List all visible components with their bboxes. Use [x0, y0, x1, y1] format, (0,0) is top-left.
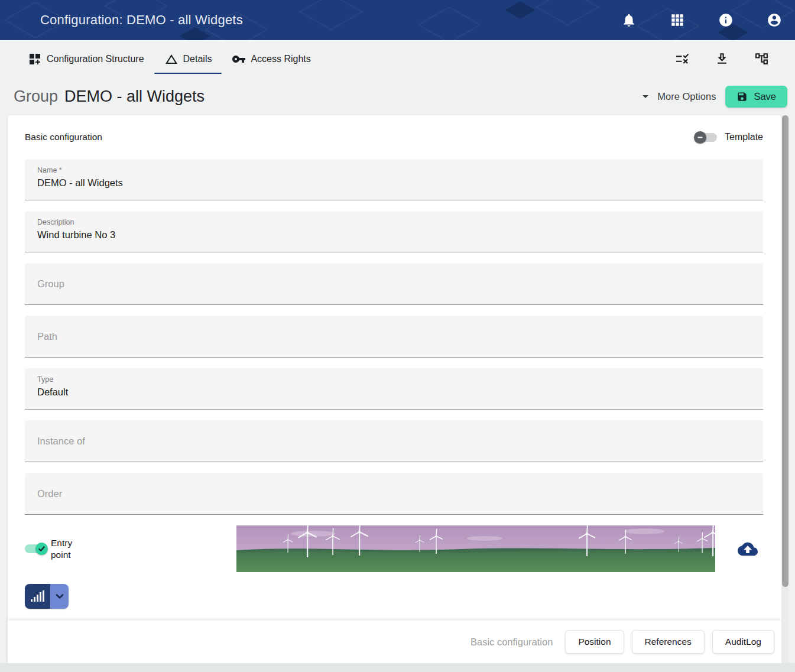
field-label: Group	[37, 278, 64, 290]
path-field[interactable]: Path	[25, 316, 763, 358]
dashboard-customize-icon	[28, 52, 42, 66]
tab-access-rights[interactable]: Access Rights	[222, 40, 320, 77]
card-section-header: Basic configuration Template	[25, 128, 763, 146]
template-switch-off[interactable]	[695, 133, 717, 142]
tab-bar: Configuration Structure Details Access R…	[0, 40, 795, 77]
tab-label: Details	[183, 54, 212, 64]
field-label: Description	[37, 218, 763, 226]
tab-details[interactable]: Details	[154, 40, 222, 77]
switch-thumb-check-icon	[35, 543, 48, 555]
footer-bar: Basic configuration Position References …	[8, 621, 781, 663]
field-value: Default	[37, 387, 763, 398]
info-icon[interactable]	[718, 12, 734, 28]
notifications-bell-icon[interactable]	[621, 12, 637, 28]
wind-farm-photo	[236, 525, 715, 572]
order-field[interactable]: Order	[25, 473, 763, 515]
field-label: Order	[37, 488, 62, 499]
page-title: Group DEMO - all Widgets	[14, 87, 205, 106]
template-toggle-label: Template	[725, 132, 763, 142]
entry-point-toggle[interactable]: Entry point	[25, 537, 78, 561]
basic-configuration-card: Basic configuration Template Name * DEMO…	[8, 115, 781, 621]
triangle-change-icon	[164, 52, 179, 66]
tab-label: Access Rights	[251, 54, 310, 64]
switch-thumb-minus-icon	[694, 131, 706, 144]
account-icon[interactable]	[767, 12, 782, 28]
cloud-upload-icon	[738, 539, 758, 559]
save-button[interactable]: Save	[725, 86, 787, 108]
template-toggle[interactable]: Template	[695, 132, 763, 142]
top-app-bar: Configuration: DEMO - all Widgets	[0, 0, 795, 40]
tree-structure-icon[interactable]	[754, 51, 769, 66]
type-field[interactable]: Type Default	[25, 368, 763, 410]
field-value: Wind turbine No 3	[37, 229, 763, 241]
page-title-row: Group DEMO - all Widgets More Options Sa…	[14, 77, 787, 115]
widget-type-split-button[interactable]	[25, 584, 69, 609]
entry-point-label: Entry point	[51, 537, 78, 561]
entity-name: DEMO - all Widgets	[64, 87, 205, 106]
chevron-down-icon[interactable]	[50, 584, 69, 609]
field-label: Type	[37, 375, 763, 384]
more-options-caret-icon[interactable]	[638, 89, 653, 103]
scrollbar-thumb[interactable]	[782, 115, 788, 587]
download-icon[interactable]	[715, 51, 729, 66]
entry-point-block: Entry point	[25, 525, 236, 572]
entry-point-switch-on[interactable]	[25, 544, 47, 553]
apps-grid-icon[interactable]	[670, 12, 685, 28]
tab-label: Configuration Structure	[47, 54, 144, 64]
key-icon	[232, 52, 246, 66]
floppy-disk-icon	[736, 91, 748, 102]
bottom-strip	[0, 663, 795, 672]
name-field[interactable]: Name * DEMO - all Widgets	[25, 159, 763, 200]
rule-validate-icon[interactable]	[675, 51, 690, 66]
position-button[interactable]: Position	[565, 630, 624, 654]
auditlog-button[interactable]: AuditLog	[712, 630, 774, 654]
topbar-icon-group	[621, 12, 782, 28]
active-tab-underline	[154, 73, 222, 74]
references-button[interactable]: References	[632, 630, 705, 654]
app-window: Configuration: DEMO - all Widgets	[0, 0, 795, 672]
entity-type-label: Group	[14, 87, 58, 106]
field-value: DEMO - all Widgets	[37, 177, 763, 189]
instance-of-field[interactable]: Instance of	[25, 420, 763, 462]
tab-configuration-structure[interactable]: Configuration Structure	[18, 40, 154, 77]
footer-context-label: Basic configuration	[470, 637, 553, 648]
title-actions: More Options Save	[638, 86, 787, 108]
window-title: Configuration: DEMO - all Widgets	[40, 12, 243, 28]
more-options-button[interactable]: More Options	[655, 87, 718, 106]
description-field[interactable]: Description Wind turbine No 3	[25, 211, 763, 252]
bar-chart-icon[interactable]	[25, 584, 50, 609]
field-label: Path	[37, 331, 57, 342]
group-field[interactable]: Group	[25, 263, 763, 305]
tab-list: Configuration Structure Details Access R…	[18, 40, 321, 77]
save-label: Save	[754, 91, 776, 102]
field-label: Instance of	[37, 436, 85, 447]
entry-point-image-row: Entry point	[25, 525, 763, 572]
section-title: Basic configuration	[25, 132, 102, 142]
cloud-upload-button[interactable]	[738, 539, 758, 559]
tab-toolbar	[675, 40, 769, 77]
form-fields: Name * DEMO - all Widgets Description Wi…	[25, 159, 763, 515]
field-label: Name *	[37, 166, 763, 174]
